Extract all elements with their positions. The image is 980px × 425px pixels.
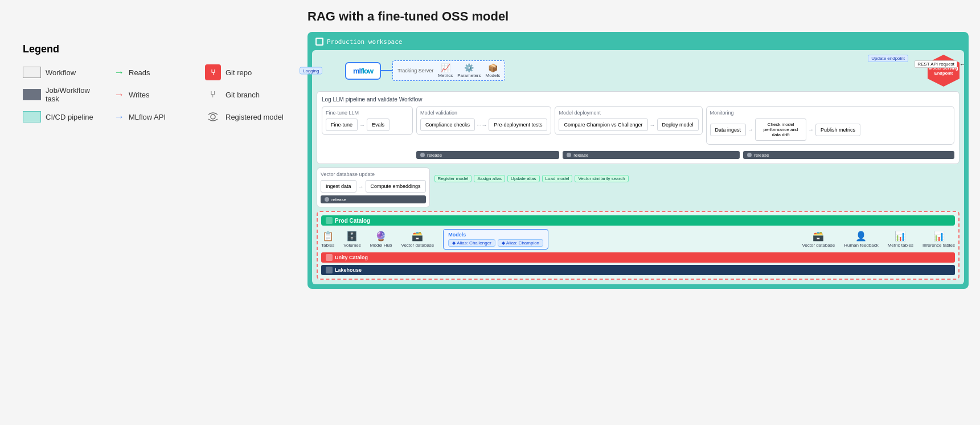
vector-db-block: Vector database update Ingest data → Com… [317, 167, 430, 207]
models-label: Models [486, 73, 501, 78]
spacer1 [322, 148, 413, 159]
metric-tables: 📊 Metric tables [888, 231, 913, 248]
release-icon-1 [420, 152, 425, 158]
pipeline-blocks-row: Fine-tune LLM Fine-tune → Evals Model va… [322, 106, 954, 145]
lakehouse-label: Lakehouse [335, 267, 362, 273]
svg-rect-1 [317, 39, 322, 44]
svg-point-4 [747, 153, 752, 157]
logging-label: Logging [300, 67, 322, 75]
metrics-item: 📈 Metrics [438, 63, 453, 78]
models-item: 📦 Models [486, 63, 501, 78]
mlflow-group: Logging mlflow Tracking Server 📈 Metrics [345, 60, 505, 81]
release-bars-row: release release release [322, 148, 954, 159]
tables-icon: 📋 [322, 231, 334, 242]
cicd-label: CI/CD pipeline [46, 113, 93, 121]
champion-icon: ◆ [502, 240, 505, 246]
check-model-step: Check model performance and data drift [755, 118, 806, 141]
monitoring-block: Monitoring Data ingest → Check model per… [706, 106, 954, 145]
registered-model-label: Registered model [225, 113, 284, 121]
dep-arrow: → [650, 122, 655, 128]
compute-step: Compute embeddings [366, 180, 426, 193]
release-icon-3 [747, 152, 752, 158]
challenger-label: Alias: Challenger [457, 240, 491, 246]
prod-catalog-label: Prod Catalog [335, 218, 370, 224]
model-serving-endpoint: Model Serving Endpoint [928, 55, 960, 87]
monitoring-title: Monitoring [710, 110, 950, 116]
right-vdb-icon: 🗃️ [813, 231, 824, 242]
mlflow-api-arrow-icon: → [114, 111, 124, 123]
lakehouse-icon [326, 267, 333, 273]
pipeline-title: Log LLM pipeline and validate Workflow [322, 96, 954, 103]
release-label-vdb: release [331, 197, 346, 202]
mv-arrow: ···→ [477, 122, 487, 128]
git-branch-label: Git branch [225, 91, 260, 99]
mlflow-box: mlflow [345, 62, 381, 80]
model-deployment-title: Model deployment [559, 110, 698, 116]
parameters-icon: ⚙️ [464, 63, 474, 72]
legend-item-job: Job/Workflow task [23, 86, 102, 103]
data-ingest-step: Data ingest [710, 124, 747, 136]
metric-tables-label: Metric tables [888, 243, 913, 248]
page: RAG with a fine-tuned OSS model Legend W… [0, 0, 980, 298]
ingest-step: Ingest data [321, 180, 356, 193]
alias-champion: ◆ Alias: Champion [498, 239, 543, 247]
release-strip-2: release [563, 151, 740, 159]
champion-label: Alias: Champion [506, 240, 539, 246]
evals-step: Evals [367, 118, 389, 131]
workspace-label: Production workspace [327, 38, 402, 46]
human-feedback-label: Human feedback [844, 243, 878, 248]
reads-arrow-icon: → [114, 67, 124, 79]
mon-arrow1: → [748, 126, 753, 133]
model-hub-label: Model Hub [370, 243, 392, 248]
catalog-volumes: 🗄️ Volumes [343, 231, 361, 248]
vector-db-steps: Ingest data → Compute embeddings [321, 180, 426, 193]
models-section: Models ◆ Alias: Challenger ◆ Alias: Cham… [443, 229, 548, 250]
fine-tune-step: Fine-tune [326, 118, 358, 131]
mlflow-logo: mlflow [353, 67, 373, 75]
fine-tune-steps: Fine-tune → Evals [326, 118, 409, 131]
challenger-icon: ◆ [452, 240, 456, 246]
update-endpoint-label: Update endpoint [868, 55, 908, 62]
catalog-model-hub: 🔮 Model Hub [370, 231, 392, 248]
mon-arrow2: → [808, 126, 814, 133]
volumes-label: Volumes [343, 243, 361, 248]
legend: Legend Workflow → Reads ⑂ Git repo [11, 32, 296, 289]
workspace-header: Production workspace [312, 36, 964, 47]
inference-tables-icon: 📊 [933, 231, 945, 242]
release-icon-2 [566, 152, 572, 158]
mlflow-api-label: MLflow API [129, 113, 166, 121]
legend-item-writes: → Writes [114, 86, 194, 103]
inference-tables: 📊 Inference tables [922, 231, 955, 248]
load-model-label: Load model [542, 175, 573, 182]
metric-tables-icon: 📊 [895, 231, 906, 242]
svg-rect-7 [326, 254, 333, 261]
git-repo-icon: ⑂ [205, 64, 221, 80]
lakehouse-bar: Lakehouse [321, 265, 955, 275]
catalog-tables: 📋 Tables [321, 231, 334, 248]
legend-title: Legend [23, 43, 285, 55]
vector-db-catalog-label: Vector database [401, 243, 434, 248]
job-label: Job/Workflow task [46, 86, 102, 103]
legend-item-cicd: CI/CD pipeline [23, 109, 102, 125]
right-vdb-label: Vector database [802, 243, 835, 248]
lower-pipeline-row: Vector database update Ingest data → Com… [317, 167, 960, 207]
registered-model-icon [205, 109, 221, 125]
svg-rect-8 [326, 267, 333, 273]
diagram: Production workspace Logging mlflow Trac… [307, 32, 969, 289]
fine-tune-block: Fine-tune LLM Fine-tune → Evals [322, 106, 413, 135]
vdb-arrow: → [358, 183, 364, 190]
compare-step: Compare Champion vs Challenger [559, 118, 647, 131]
monitoring-steps: Data ingest → Check model performance an… [710, 118, 950, 141]
svg-point-0 [211, 115, 215, 119]
vector-db-title: Vector database update [321, 171, 426, 177]
unity-catalog-label: Unity Catalog [335, 255, 368, 260]
rest-api-group: REST API request ← [915, 60, 965, 68]
deploy-step: Deploy model [657, 118, 699, 131]
release-strip-vdb: release [321, 195, 426, 203]
update-alias-label: Update alias [507, 175, 539, 182]
release-label-2: release [573, 153, 588, 158]
legend-item-git-repo: ⑂ Git repo [205, 64, 285, 80]
fine-tune-title: Fine-tune LLM [326, 110, 409, 116]
git-repo-label: Git repo [225, 68, 252, 77]
tables-label: Tables [321, 243, 334, 248]
